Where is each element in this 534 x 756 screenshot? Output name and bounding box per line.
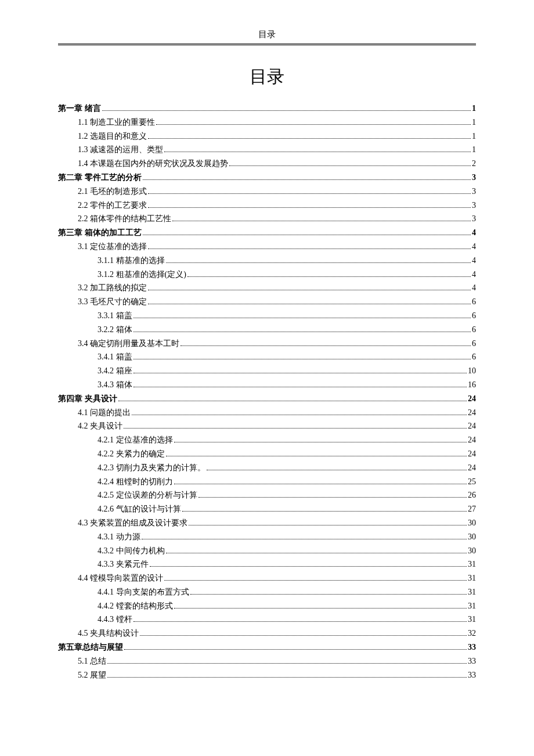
toc-entry: 5.1 总结33 xyxy=(78,654,476,668)
toc-entry-page: 2 xyxy=(472,157,476,171)
toc-entry: 4.2.3 切削力及夹紧力的计算。24 xyxy=(98,461,476,475)
toc-entry-title: 第四章 夹具设计 xyxy=(58,392,117,406)
header-divider xyxy=(58,44,476,45)
toc-leader-dots xyxy=(174,608,467,609)
toc-entry-title: 4.1 问题的提出 xyxy=(78,406,131,420)
toc-entry-title: 2.2 箱体零件的结构工艺性 xyxy=(78,212,171,226)
toc-leader-dots xyxy=(102,110,471,111)
toc-entry-title: 3.4.2 箱座 xyxy=(98,364,132,378)
toc-entry: 3.1.2 粗基准的选择(定义)4 xyxy=(98,268,476,282)
toc-leader-dots xyxy=(166,456,467,456)
toc-leader-dots xyxy=(124,649,467,650)
toc-entry-page: 32 xyxy=(468,627,476,640)
toc-entry-title: 1.1 制造工业的重要性 xyxy=(78,116,155,129)
toc-entry-title: 3.2.2 箱体 xyxy=(98,323,132,337)
toc-entry: 4.3 夹紧装置的组成及设计要求30 xyxy=(78,516,476,530)
toc-entry: 4.2.5 定位误差的分析与计算26 xyxy=(98,488,476,502)
toc-leader-dots xyxy=(134,621,467,622)
toc-entry-title: 3.1.1 精基准的选择 xyxy=(98,254,165,268)
toc-entry: 4.3.3 夹紧元件31 xyxy=(98,557,476,571)
table-of-contents: 第一章 绪言11.1 制造工业的重要性11.2 选题目的和意义11.3 减速器的… xyxy=(58,102,476,682)
toc-entry-page: 24 xyxy=(468,447,476,461)
toc-entry-page: 25 xyxy=(468,475,476,489)
toc-leader-dots xyxy=(140,635,467,636)
toc-leader-dots xyxy=(118,401,467,401)
toc-entry: 4.2.4 粗镗时的切削力25 xyxy=(98,475,476,489)
toc-entry: 4.4.3 镗杆31 xyxy=(98,613,476,627)
toc-leader-dots xyxy=(187,276,471,277)
toc-entry-page: 24 xyxy=(468,433,476,447)
toc-entry: 1.3 减速器的运用、类型1 xyxy=(78,143,476,157)
toc-entry-page: 16 xyxy=(468,378,476,392)
toc-leader-dots xyxy=(156,124,471,125)
toc-leader-dots xyxy=(134,359,471,359)
toc-entry-page: 4 xyxy=(472,240,476,254)
toc-entry: 1.4 本课题在国内外的研究状况及发展趋势2 xyxy=(78,157,476,171)
toc-entry-page: 31 xyxy=(468,585,476,599)
toc-entry-page: 6 xyxy=(472,295,476,309)
toc-entry-page: 24 xyxy=(468,461,476,475)
toc-entry: 3.1 定位基准的选择4 xyxy=(78,240,476,254)
toc-entry-title: 4.4.3 镗杆 xyxy=(98,613,132,627)
toc-entry-page: 10 xyxy=(468,364,476,378)
toc-leader-dots xyxy=(166,553,467,553)
toc-entry: 第一章 绪言1 xyxy=(58,102,476,116)
toc-entry-title: 3.1 定位基准的选择 xyxy=(78,240,147,254)
toc-entry-title: 3.4 确定切削用量及基本工时 xyxy=(78,337,179,351)
toc-entry-page: 6 xyxy=(472,350,476,364)
toc-entry-page: 31 xyxy=(468,599,476,613)
toc-entry-title: 4.2.1 定位基准的选择 xyxy=(98,433,173,447)
toc-entry-title: 4.2.5 定位误差的分析与计算 xyxy=(98,488,197,502)
toc-leader-dots xyxy=(143,179,471,180)
toc-entry-page: 31 xyxy=(468,613,476,627)
toc-entry-page: 3 xyxy=(472,171,476,185)
toc-leader-dots xyxy=(148,290,471,290)
toc-entry-title: 4.2.3 切削力及夹紧力的计算。 xyxy=(98,461,205,475)
toc-entry: 3.4.2 箱座10 xyxy=(98,364,476,378)
toc-entry-page: 33 xyxy=(468,668,476,682)
toc-entry-page: 3 xyxy=(472,185,476,199)
toc-entry-title: 4.4.2 镗套的结构形式 xyxy=(98,599,173,613)
toc-entry-title: 第一章 绪言 xyxy=(58,102,101,116)
toc-entry-title: 3.2 加工路线的拟定 xyxy=(78,281,147,295)
toc-entry-title: 3.4.1 箱盖 xyxy=(98,350,132,364)
toc-entry-title: 4.3.2 中间传力机构 xyxy=(98,544,165,558)
toc-entry-title: 第二章 零件工艺的分析 xyxy=(58,171,142,185)
toc-entry: 3.2 加工路线的拟定4 xyxy=(78,281,476,295)
toc-entry-title: 4.2.6 气缸的设计与计算 xyxy=(98,502,181,516)
toc-leader-dots xyxy=(132,415,467,415)
toc-entry: 4.2 夹具设计24 xyxy=(78,419,476,433)
toc-entry-title: 3.3 毛坯尺寸的确定 xyxy=(78,295,147,309)
toc-entry: 4.3.2 中间传力机构30 xyxy=(98,544,476,558)
toc-entry: 5.2 展望33 xyxy=(78,668,476,682)
toc-entry-page: 24 xyxy=(468,392,476,406)
toc-entry-title: 4.3 夹紧装置的组成及设计要求 xyxy=(78,516,187,530)
toc-entry-title: 1.2 选题目的和意义 xyxy=(78,129,147,143)
toc-entry-page: 6 xyxy=(472,309,476,323)
toc-entry-page: 1 xyxy=(472,116,476,129)
toc-entry-title: 4.2.2 夹紧力的确定 xyxy=(98,447,165,461)
toc-entry-page: 6 xyxy=(472,323,476,337)
toc-leader-dots xyxy=(182,511,467,512)
toc-entry-page: 1 xyxy=(472,102,476,116)
toc-entry: 2.2 零件的工艺要求3 xyxy=(78,199,476,213)
toc-leader-dots xyxy=(166,262,471,263)
toc-entry: 4.2.1 定位基准的选择24 xyxy=(98,433,476,447)
toc-leader-dots xyxy=(164,152,471,152)
toc-leader-dots xyxy=(148,249,471,249)
toc-entry-page: 1 xyxy=(472,143,476,157)
toc-entry: 4.3.1 动力源30 xyxy=(98,530,476,544)
toc-leader-dots xyxy=(148,304,471,304)
toc-entry: 2.2 箱体零件的结构工艺性3 xyxy=(78,212,476,226)
toc-entry-title: 2.2 零件的工艺要求 xyxy=(78,199,147,213)
toc-entry: 4.2.6 气缸的设计与计算27 xyxy=(98,502,476,516)
toc-entry-title: 2.1 毛坯的制造形式 xyxy=(78,185,147,199)
toc-entry: 4.5 夹具结构设计32 xyxy=(78,627,476,640)
toc-leader-dots xyxy=(148,207,471,208)
toc-entry: 3.1.1 精基准的选择4 xyxy=(98,254,476,268)
toc-entry: 3.3.1 箱盖6 xyxy=(98,309,476,323)
toc-entry: 4.4.1 导向支架的布置方式31 xyxy=(98,585,476,599)
toc-entry-page: 30 xyxy=(468,544,476,558)
toc-leader-dots xyxy=(189,525,467,525)
toc-entry: 3.4.3 箱体16 xyxy=(98,378,476,392)
